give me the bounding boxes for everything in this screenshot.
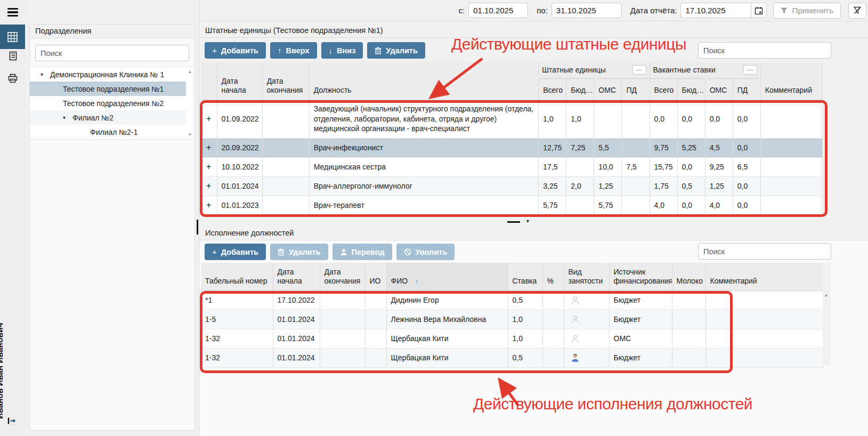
staff-cell-unit-value: 12,75	[539, 138, 566, 157]
tree-item[interactable]: Тестовое подразделения №2	[30, 96, 186, 110]
splitter-collapse-icon[interactable]: ▼	[525, 219, 530, 224]
expand-row-button[interactable]: +	[201, 157, 217, 176]
tree-item[interactable]: ▾Демонстрационная Клиника № 1	[30, 67, 186, 82]
col-start-date[interactable]: Дата начала	[217, 62, 262, 100]
staff-cell-vacant-value: 6,5	[733, 157, 760, 176]
expand-arrow-icon[interactable]: ▾	[40, 71, 50, 77]
col-position[interactable]: Должность	[309, 62, 539, 100]
exec-column-header[interactable]: %	[542, 263, 564, 290]
staff-row[interactable]: +01.01.2024Врач-аллерголог-иммунолог3,25…	[201, 176, 823, 196]
exec-delete-button[interactable]: Удалить	[270, 244, 328, 260]
exec-column-header[interactable]: ФИО↑	[386, 263, 508, 290]
staff-cell-end	[262, 196, 309, 215]
scroll-up-icon[interactable]: ▲	[823, 293, 830, 297]
subcolumn-header[interactable]: Бюд…	[566, 78, 594, 100]
tree-item[interactable]: Тестовое подразделения №1	[30, 82, 186, 96]
exec-search-input[interactable]	[698, 243, 831, 260]
staff-row[interactable]: +10.10.2022Медицинская сестра17,510,07,5…	[201, 157, 823, 176]
expand-row-button[interactable]: +	[201, 176, 217, 196]
staff-cell-unit-value: 10,0	[594, 157, 622, 176]
staff-units-table: Дата начала Дата окончания Должность Шта…	[201, 62, 823, 215]
staff-units-group-menu-button[interactable]: ⋯	[632, 65, 646, 75]
logout-button[interactable]	[7, 416, 16, 427]
staff-row[interactable]: +01.09.2022Заведующий (начальник) структ…	[201, 100, 823, 138]
scroll-down-icon[interactable]: ▼	[823, 210, 830, 215]
trash-icon	[278, 248, 285, 256]
tree-item[interactable]: Филиал №2-1	[30, 125, 186, 139]
staff-units-toolbar: + Добавить ↑ Вверх ↓ Вниз Удалить	[199, 38, 868, 62]
subcolumn-header[interactable]: Бюд…	[677, 78, 705, 100]
calendar-button[interactable]	[751, 3, 767, 18]
exec-column-header[interactable]: Источник финансирования	[609, 263, 672, 290]
scroll-up-icon[interactable]: ▲	[186, 69, 193, 74]
staff-cell-vacant-value: 0,0	[733, 100, 760, 138]
exec-column-header[interactable]: Дата окончания	[320, 263, 365, 290]
exec-row[interactable]: 1-501.01.2024Лежнина Вера Михайловна1,0Б…	[201, 310, 823, 329]
staff-add-button[interactable]: + Добавить	[205, 42, 266, 59]
staff-move-up-button[interactable]: ↑ Вверх	[270, 42, 317, 59]
exec-row[interactable]: 1-3201.01.2024Щербацкая Кити0,5Бюджет	[201, 348, 823, 367]
journal-module-button[interactable]	[0, 44, 25, 68]
staff-cell-unit-value	[622, 138, 650, 157]
tree-scrollbar[interactable]: ▲ ▼	[186, 67, 193, 139]
subcolumn-header[interactable]: Всего	[650, 78, 677, 100]
col-comment[interactable]: Комментарий	[760, 62, 822, 100]
exec-column-header[interactable]: Дата начала	[273, 263, 320, 290]
departments-search-input[interactable]	[35, 45, 189, 61]
scroll-down-icon[interactable]: ▼	[186, 132, 193, 137]
expand-arrow-icon[interactable]: ▾	[63, 115, 72, 120]
exec-column-header[interactable]: Вид занятости	[564, 263, 609, 290]
exec-column-header[interactable]: Комментарий	[705, 263, 823, 290]
from-date-input[interactable]	[468, 3, 528, 18]
splitter-handle[interactable]	[507, 221, 520, 223]
exec-table-scrollbar[interactable]: ▲	[823, 263, 831, 365]
staff-delete-button[interactable]: Удалить	[367, 42, 425, 59]
subcolumn-header[interactable]: ОМС	[705, 78, 733, 100]
staff-down-label: Вниз	[337, 46, 355, 55]
exec-column-header[interactable]: Молоко	[672, 263, 705, 290]
scroll-up-icon[interactable]: ▲	[823, 102, 830, 107]
subcolumn-header[interactable]: ПД	[622, 78, 650, 100]
exec-column-header[interactable]: Табельный номер	[201, 263, 273, 290]
exec-column-label: Дата начала	[278, 268, 302, 285]
staff-row[interactable]: +01.01.2023Врач-терапевт5,755,754,00,04,…	[201, 196, 823, 215]
col-end-date[interactable]: Дата окончания	[262, 62, 309, 100]
exec-row[interactable]: 1-3201.01.2024Щербацкая Кити1,0ОМС	[201, 329, 823, 348]
exec-dismiss-button[interactable]: Уволить	[396, 244, 455, 260]
subcolumn-header[interactable]: ОМС	[594, 78, 622, 100]
print-module-button[interactable]	[0, 66, 25, 91]
staff-move-down-button[interactable]: ↓ Вниз	[321, 42, 363, 59]
expand-row-button[interactable]: +	[201, 196, 217, 215]
expand-row-button[interactable]: +	[201, 138, 217, 157]
menu-button[interactable]	[0, 0, 25, 25]
subcolumn-header[interactable]: ПД	[733, 78, 760, 100]
exec-cell-end	[320, 290, 365, 310]
staff-cell-unit-value: 5,5	[594, 138, 622, 157]
grid-icon	[7, 32, 18, 42]
expand-row-button[interactable]: +	[201, 100, 217, 138]
left-splitter-handle[interactable]	[197, 220, 198, 235]
staff-cell-unit-value: 1,25	[594, 176, 622, 196]
exec-row[interactable]: *117.10.2022Дидинин Егор0,5Бюджет	[201, 290, 823, 310]
exec-column-header[interactable]: ИО	[365, 263, 386, 290]
vacant-rates-group-menu-button[interactable]: ⋯	[743, 65, 757, 75]
clear-filter-button[interactable]	[848, 3, 866, 19]
group-vacant-rates-label: Вакантные ставки	[653, 66, 716, 75]
staff-search-input[interactable]	[698, 42, 831, 59]
apply-button[interactable]: Применить	[773, 3, 841, 19]
executions-toolbar: + Добавить Удалить Перевод	[199, 240, 868, 263]
subcolumn-header[interactable]: Всего	[539, 78, 566, 100]
report-date-input[interactable]	[680, 3, 751, 18]
report-date-label: Дата отчёта:	[630, 6, 677, 15]
staff-table-scrollbar[interactable]: ▲ ▼	[823, 62, 831, 217]
exec-transfer-button[interactable]: Перевод	[332, 244, 392, 260]
exec-column-label: Вид занятости	[569, 268, 603, 285]
staff-cell-unit-value: 3,25	[539, 176, 566, 196]
staff-row[interactable]: +20.09.2022Врач-инфекционист12,757,255,5…	[201, 138, 823, 157]
staff-cell-vacant-value: 0,0	[650, 100, 677, 138]
exec-add-button[interactable]: + Добавить	[205, 244, 266, 260]
exec-column-header[interactable]: Ставка	[508, 263, 542, 290]
tree-item[interactable]: ▾Филиал №2	[30, 110, 186, 125]
to-date-input[interactable]	[551, 3, 622, 18]
exec-cell-name: Щербацкая Кити	[386, 329, 508, 348]
